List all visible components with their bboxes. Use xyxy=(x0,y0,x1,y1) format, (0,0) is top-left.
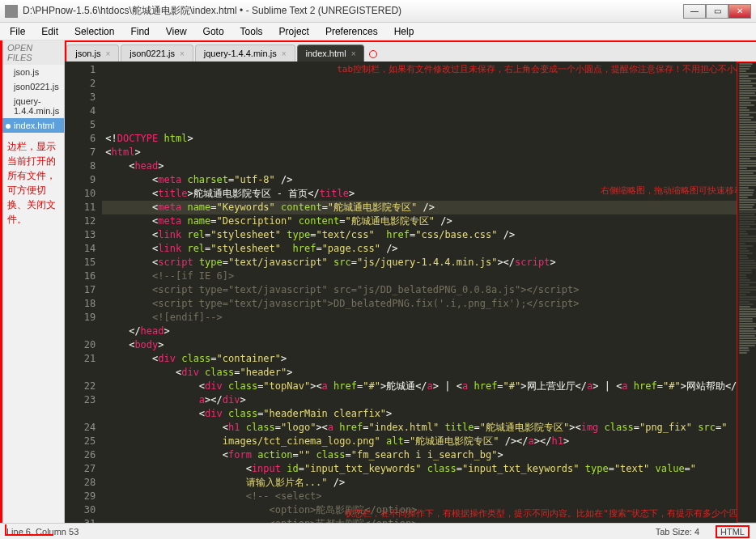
window-minimize-button[interactable]: — xyxy=(683,4,706,19)
code-line[interactable]: <script type="text/javascript" src="js/D… xyxy=(102,283,737,297)
menu-preferences[interactable]: Preferences xyxy=(319,24,384,39)
code-line[interactable]: <link rel="stylesheet" href="page.css" /… xyxy=(102,242,737,256)
code-line[interactable]: <form action="" class="fm_search i i_sea… xyxy=(102,448,737,462)
minimap[interactable] xyxy=(737,62,756,523)
code-line[interactable]: <option>舵岛影剧院</option> xyxy=(102,503,737,517)
code-line[interactable]: <div class="headerMain clearfix"> xyxy=(102,407,737,421)
code-line[interactable]: <![endif]--> xyxy=(102,311,737,325)
sidebar-header: OPEN FILES xyxy=(2,40,64,65)
sidebar-file[interactable]: json.js xyxy=(2,65,64,79)
status-bar: Line 6, Column 53 Tab Size: 4 HTML xyxy=(0,523,756,539)
app-icon xyxy=(5,5,18,18)
tab-close-icon[interactable]: × xyxy=(180,49,185,58)
code-line[interactable]: <h1 class="logo"><a href="index.html" ti… xyxy=(102,421,737,435)
code-line[interactable]: <html> xyxy=(102,146,737,159)
menu-goto[interactable]: Goto xyxy=(197,24,231,39)
unsaved-indicator xyxy=(369,50,377,58)
code-line[interactable]: <!-- <select> xyxy=(102,490,737,503)
tab-label: index.html xyxy=(306,49,346,58)
menu-help[interactable]: Help xyxy=(388,24,421,39)
code-line[interactable]: <option>艺都大剧院</option> xyxy=(102,517,737,523)
status-language[interactable]: HTML xyxy=(716,525,750,538)
code-line[interactable]: 请输入影片名..." /> xyxy=(102,476,737,490)
tab-bar: json.js×json0221.js×jquery-1.4.4.min.js×… xyxy=(65,40,756,62)
sidebar: OPEN FILES json.jsjson0221.jsjquery-1.4.… xyxy=(0,40,65,523)
menu-bar: FileEditSelectionFindViewGotoToolsProjec… xyxy=(0,23,756,40)
window-titlebar: D:\PHPnow-1.5.6\htdocs\舵城通电影院\index.html… xyxy=(0,0,756,23)
tab-close-icon[interactable]: × xyxy=(351,49,356,58)
sidebar-file[interactable]: jquery-1.4.4.min.js xyxy=(2,94,64,118)
window-close-button[interactable]: ✕ xyxy=(728,4,751,19)
code-line[interactable]: <meta name="Description" content="舵城通电影院… xyxy=(102,214,737,228)
window-title: D:\PHPnow-1.5.6\htdocs\舵城通电影院\index.html… xyxy=(23,4,683,18)
editor-area: json.js×json0221.js×jquery-1.4.4.min.js×… xyxy=(65,40,756,523)
menu-tools[interactable]: Tools xyxy=(234,24,270,39)
sidebar-file[interactable]: index.html xyxy=(2,118,64,133)
code-line[interactable]: <div class="container"> xyxy=(102,352,737,366)
sidebar-file[interactable]: json0221.js xyxy=(2,79,64,94)
code-line[interactable]: <title>舵城通电影院专区 - 首页</title> xyxy=(102,187,737,201)
code-editor[interactable]: tab控制栏，如果有文件修改过且未保存，右上角会变成一个小圆点，提醒你注意保存！… xyxy=(102,62,737,523)
tab-label: jquery-1.4.4.min.js xyxy=(204,49,277,58)
code-line[interactable]: images/tct_cinema_logo.png" alt="舵城通电影院专… xyxy=(102,435,737,448)
code-line[interactable]: <div class="topNav"><a href="#">舵城通</a> … xyxy=(102,380,737,393)
code-line[interactable]: <input id="input_txt_keywords" class="in… xyxy=(102,462,737,476)
code-line[interactable]: </head> xyxy=(102,325,737,338)
code-line[interactable]: <head> xyxy=(102,159,737,173)
sidebar-annotation: 边栏，显示当前打开的所有文件，可方便切换、关闭文件。 xyxy=(2,133,64,233)
tab[interactable]: json.js× xyxy=(66,45,119,62)
menu-edit[interactable]: Edit xyxy=(35,24,65,39)
tabs-annotation: tab控制栏，如果有文件修改过且未保存，右上角会变成一个小圆点，提醒你注意保存！… xyxy=(337,63,604,75)
code-line[interactable]: a></div> xyxy=(102,393,737,407)
status-tabsize[interactable]: Tab Size: 4 xyxy=(656,527,699,537)
tab[interactable]: json0221.js× xyxy=(121,45,193,62)
code-line[interactable]: <meta name="Keywords" content="舵城通电影院专区"… xyxy=(102,201,737,214)
tab-label: json0221.js xyxy=(130,49,175,58)
code-line[interactable]: <link rel="stylesheet" type="text/css" h… xyxy=(102,228,737,242)
open-files-list: json.jsjson0221.jsjquery-1.4.4.min.jsind… xyxy=(2,65,64,133)
code-line[interactable]: <script type="text/javascript">DD_belate… xyxy=(102,297,737,311)
tab[interactable]: jquery-1.4.4.min.js× xyxy=(195,45,295,62)
tab-close-icon[interactable]: × xyxy=(282,49,287,58)
code-line[interactable]: <body> xyxy=(102,338,737,352)
menu-file[interactable]: File xyxy=(3,24,32,39)
menu-project[interactable]: Project xyxy=(273,24,316,39)
code-line[interactable]: <!DOCTYPE html> xyxy=(102,132,737,146)
tab-label: json.js xyxy=(75,49,100,58)
tab[interactable]: index.html× xyxy=(297,45,365,62)
line-gutter: 1234567891011121314151617181920212223242… xyxy=(65,62,102,523)
menu-view[interactable]: View xyxy=(159,24,193,39)
code-line[interactable]: <meta charset="utf-8" /> xyxy=(102,173,737,187)
code-line[interactable]: <!--[if IE 6]> xyxy=(102,270,737,283)
menu-find[interactable]: Find xyxy=(124,24,155,39)
code-line[interactable]: <script type="text/javascript" src="js/j… xyxy=(102,256,737,270)
tab-close-icon[interactable]: × xyxy=(105,49,110,58)
menu-selection[interactable]: Selection xyxy=(68,24,121,39)
code-line[interactable]: <div class="header"> xyxy=(102,366,737,380)
window-maximize-button[interactable]: ▭ xyxy=(706,4,728,19)
